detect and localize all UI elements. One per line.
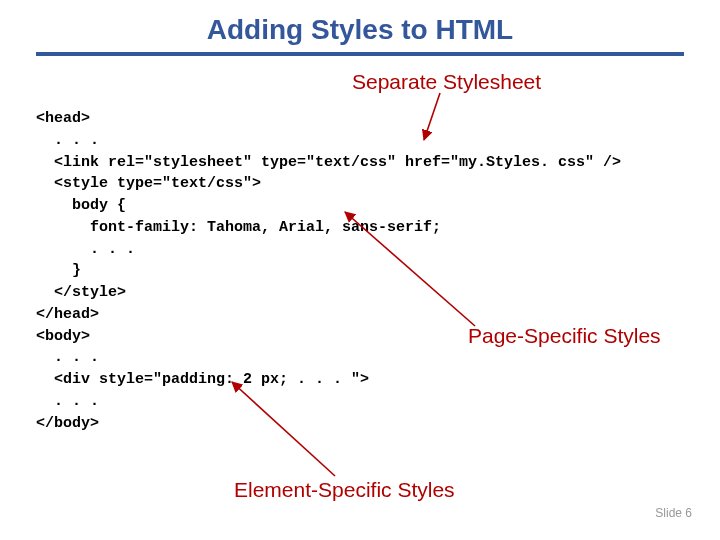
- title-rule: [36, 52, 684, 56]
- annotation-element-specific: Element-Specific Styles: [234, 478, 455, 502]
- annotation-separate-stylesheet: Separate Stylesheet: [352, 70, 541, 94]
- slide-number: Slide 6: [655, 506, 692, 520]
- code-block: <head> . . . <link rel="stylesheet" type…: [36, 108, 621, 434]
- slide-title: Adding Styles to HTML: [0, 0, 720, 50]
